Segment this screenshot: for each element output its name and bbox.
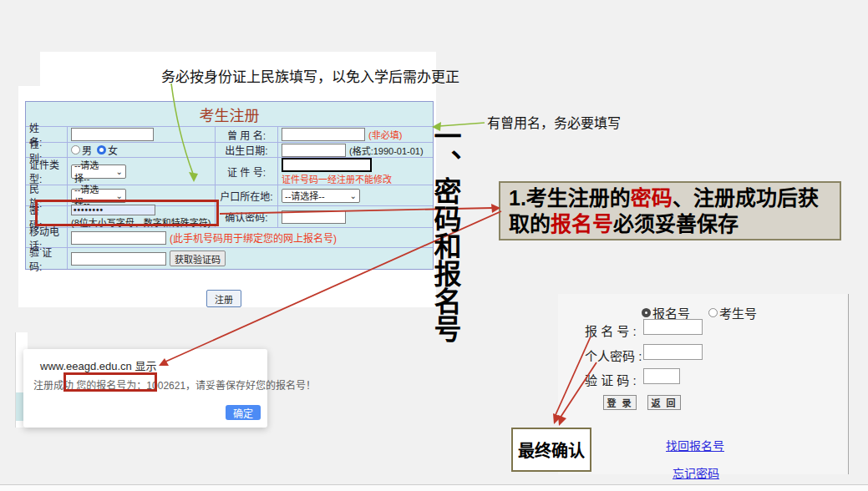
regnumber-highlight-box — [63, 372, 157, 392]
dialog-ok-button[interactable]: 确定 — [226, 405, 261, 420]
gender-cell: 男 女 — [68, 143, 216, 157]
login-regnumber-input[interactable] — [643, 319, 703, 335]
residence-cell: --请选择--⌄ — [278, 185, 433, 205]
form-row-mobile: 移动电话: (此手机号码用于绑定您的网上报名号) — [26, 228, 433, 248]
birth-note: (格式:1990-01-01) — [349, 144, 424, 157]
birth-input[interactable] — [282, 144, 346, 157]
password-highlight-box — [35, 200, 219, 226]
captcha-input[interactable] — [71, 252, 166, 266]
candidate-radio[interactable] — [708, 308, 718, 317]
register-submit-button[interactable]: 注册 — [206, 290, 241, 307]
note-text: 1.考生注册的 — [509, 186, 631, 210]
id-no-cell: 证件号码一经注册不能修改 — [278, 158, 433, 185]
female-radio[interactable] — [97, 145, 106, 154]
id-no-note: 证件号码一经注册不能修改 — [282, 172, 392, 185]
tutorial-slide: 务必按身份证上民族填写，以免入学后需办更正 有曾用名，务必要填写 一、密码和报名… — [0, 0, 868, 491]
login-captcha-label: 验 证 码 : — [585, 371, 637, 388]
regnumber-radio[interactable] — [642, 308, 651, 317]
dialog-message-suffix: 请妥善保存好您的报名号！ — [195, 380, 316, 392]
chevron-down-icon: ⌄ — [116, 167, 123, 176]
male-radio-label[interactable]: 男 — [82, 143, 92, 157]
confirm-password-cell — [278, 206, 433, 227]
residence-label: 户口所在地: — [216, 185, 278, 205]
confirm-password-input[interactable] — [282, 210, 346, 224]
registration-form: 考生注册 姓 名: 曾 用 名: (非必填) 性 别: 男 女 出生日期: (格… — [25, 101, 434, 270]
captcha-cell: 获取验证码 — [68, 248, 433, 269]
mobile-cell: (此手机号码用于绑定您的网上报名号) — [68, 228, 433, 247]
get-captcha-button[interactable]: 获取验证码 — [170, 251, 226, 266]
chevron-down-icon: ⌄ — [116, 191, 123, 200]
dialog-title: www.eeagd.edu.cn 显示 — [40, 357, 156, 373]
id-no-label: 证 件 号: — [216, 158, 278, 185]
login-button[interactable]: 登 录 — [603, 395, 637, 410]
login-regnumber-label: 报 名 号 : — [585, 321, 637, 339]
used-name-input[interactable] — [282, 128, 365, 141]
note-highlight-password: 密码 — [631, 186, 673, 210]
name-input[interactable] — [71, 128, 154, 141]
form-row-captcha: 验 证 码: 获取验证码 — [26, 248, 433, 269]
used-name-note: (非必填) — [368, 128, 402, 141]
id-type-cell: --请选择--⌄ — [68, 158, 216, 185]
birth-cell: (格式:1990-01-01) — [278, 143, 433, 157]
id-type-select[interactable]: --请选择--⌄ — [71, 165, 126, 179]
residence-select-value: --请选择-- — [285, 189, 325, 202]
candidate-radio-label[interactable]: 考生号 — [719, 304, 757, 321]
gender-label: 性 别: — [26, 143, 68, 157]
birth-label: 出生日期: — [216, 143, 278, 157]
final-confirm-box: 最终确认 — [511, 428, 591, 472]
residence-select[interactable]: --请选择--⌄ — [282, 189, 360, 203]
back-button[interactable]: 返 回 — [647, 395, 681, 410]
vertical-divider — [848, 294, 849, 474]
mobile-input[interactable] — [71, 231, 166, 245]
female-radio-label[interactable]: 女 — [108, 143, 118, 157]
id-no-input[interactable] — [282, 158, 372, 172]
find-regnumber-link[interactable]: 找回报名号 — [666, 437, 724, 453]
annotation-used-name-note: 有曾用名，务必要填写 — [487, 112, 621, 132]
captcha-label: 验 证 码: — [26, 248, 68, 269]
mobile-note: (此手机号码用于绑定您的网上报名号) — [170, 230, 337, 245]
confirm-password-label: 确认密码: — [216, 206, 278, 227]
login-password-label: 个人密码 : — [585, 347, 642, 364]
section-title-vertical: 一、密码和报名号 — [432, 122, 459, 342]
note-text: 必须妥善保存 — [613, 212, 739, 235]
key-point-note-box: 1.考生注册的密码、注册成功后获取的报名号必须妥善保存 — [499, 181, 841, 240]
id-type-select-value: --请选择-- — [74, 158, 111, 185]
used-name-label: 曾 用 名: — [216, 127, 278, 142]
form-title: 考生注册 — [26, 102, 433, 127]
login-captcha-input[interactable] — [643, 368, 680, 384]
forgot-password-link[interactable]: 忘记密码 — [673, 464, 719, 481]
note-highlight-regnumber: 报名号 — [551, 212, 613, 235]
annotation-ethnicity-note: 务必按身份证上民族填写，以免入学后需办更正 — [161, 65, 459, 86]
login-password-input[interactable] — [643, 344, 703, 360]
form-row-name: 姓 名: 曾 用 名: (非必填) — [26, 127, 433, 143]
male-radio[interactable] — [71, 145, 80, 154]
used-name-cell: (非必填) — [278, 127, 433, 142]
form-row-gender: 性 别: 男 女 出生日期: (格式:1990-01-01) — [26, 143, 433, 158]
name-cell — [68, 127, 216, 142]
chevron-down-icon: ⌄ — [350, 191, 357, 200]
bottom-strip — [0, 484, 868, 491]
